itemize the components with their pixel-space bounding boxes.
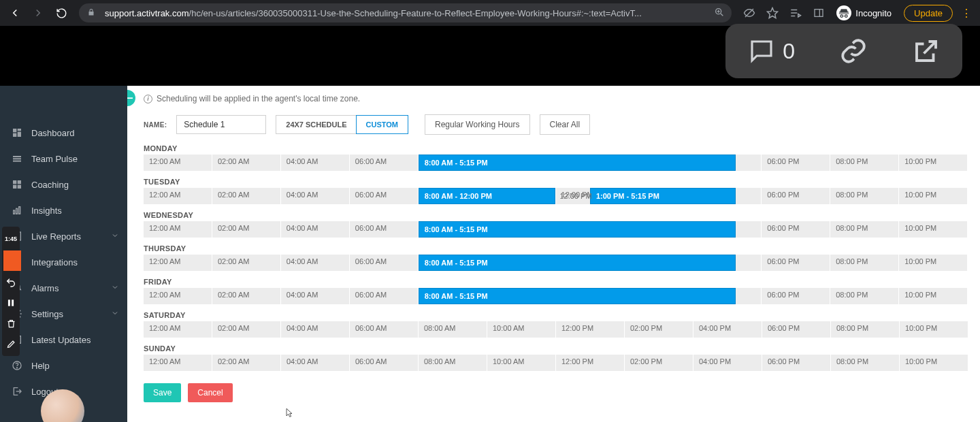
eye-off-icon[interactable]	[740, 3, 759, 22]
svg-rect-25	[18, 185, 21, 189]
lock-icon	[87, 8, 95, 18]
tick-label: 06:00 AM	[355, 224, 387, 232]
pencil-icon[interactable]	[2, 334, 20, 354]
day-track[interactable]: 12:00 AM02:00 AM04:00 AM06:00 AM08:00 AM…	[144, 355, 968, 371]
day-track[interactable]: 12:00 AM02:00 AM04:00 AM06:00 AM12:00 PM…	[144, 188, 968, 204]
cancel-button[interactable]: Cancel	[188, 383, 232, 402]
tick-label: 08:00 PM	[836, 157, 868, 165]
app-container: DashboardTeam PulseCoachingInsightsLive …	[0, 86, 980, 422]
undo-icon[interactable]	[2, 272, 20, 293]
tick-label: 02:00 AM	[218, 291, 249, 299]
sidebar-item-label: Integrations	[31, 257, 78, 267]
tick-label: 08:00 PM	[836, 191, 868, 199]
day-label: SUNDAY	[144, 344, 968, 353]
copy-link-button[interactable]	[839, 37, 868, 65]
sidebar-item-pulse[interactable]: Team Pulse	[0, 146, 127, 172]
collapse-sidebar-button[interactable]: —	[127, 90, 135, 106]
chevron-down-icon	[111, 309, 119, 319]
forward-button[interactable]	[29, 3, 48, 22]
tick-label: 02:00 AM	[218, 157, 249, 165]
trash-icon[interactable]	[2, 313, 20, 334]
time-block[interactable]: 8:00 AM - 12:00 PM	[419, 188, 556, 204]
regular-hours-button[interactable]: Regular Working Hours	[425, 114, 530, 135]
back-button[interactable]	[5, 3, 24, 22]
sidebar-item-label: Help	[31, 361, 50, 371]
sidebar-item-label: Latest Updates	[31, 335, 91, 345]
sidebar-item-label: Dashboard	[31, 128, 75, 138]
svg-rect-15	[13, 129, 16, 132]
time-block[interactable]: 8:00 AM - 5:15 PM	[419, 155, 736, 171]
open-external-button[interactable]	[912, 37, 941, 65]
tick-label: 02:00 AM	[218, 324, 249, 332]
tick-label: 04:00 AM	[287, 357, 318, 366]
sidebar: DashboardTeam PulseCoachingInsightsLive …	[0, 86, 127, 422]
tick-label: 08:00 PM	[836, 224, 868, 232]
day-label: THURSDAY	[144, 244, 968, 253]
save-button[interactable]: Save	[144, 383, 181, 402]
sidebar-item-label: Team Pulse	[31, 154, 78, 164]
time-block[interactable]: 1:00 PM - 5:15 PM	[590, 188, 736, 204]
tick-label: 06:00 PM	[768, 357, 800, 366]
tick-label: 06:00 AM	[355, 291, 387, 299]
tick-label: 04:00 AM	[287, 291, 318, 299]
tick-label: 04:00 AM	[287, 324, 318, 332]
day-track[interactable]: 12:00 AM02:00 AM04:00 AM06:00 AM06:00 PM…	[144, 155, 968, 171]
time-block[interactable]: 8:00 AM - 5:15 PM	[419, 288, 736, 304]
svg-rect-19	[13, 156, 21, 157]
tick-label: 06:00 PM	[767, 291, 799, 299]
tick-label: 06:00 PM	[767, 257, 799, 265]
svg-rect-38	[8, 299, 10, 306]
tick-label: 12:00 AM	[149, 324, 180, 332]
time-block[interactable]: 8:00 AM - 5:15 PM	[419, 255, 736, 271]
star-icon[interactable]	[763, 3, 782, 22]
tick-label: 10:00 PM	[904, 257, 936, 265]
insights-icon	[11, 204, 23, 216]
sidebar-item-insights[interactable]: Insights	[0, 197, 127, 223]
info-line: i Scheduling will be applied in the agen…	[144, 86, 968, 114]
tick-label: 08:00 AM	[424, 324, 455, 332]
tick-label: 04:00 PM	[699, 357, 731, 366]
tick-label: 12:00 AM	[149, 224, 180, 232]
update-button[interactable]: Update	[904, 5, 953, 22]
tick-label: 08:00 PM	[836, 257, 868, 265]
menu-button[interactable]: ⋮	[961, 7, 972, 20]
sidebar-item-help[interactable]: Help	[0, 353, 127, 378]
sidebar-item-label: Coaching	[31, 180, 69, 190]
incognito-icon	[836, 5, 851, 20]
zoom-icon[interactable]	[714, 7, 725, 20]
tick-label: 06:00 AM	[355, 257, 387, 265]
clear-all-button[interactable]: Clear All	[540, 114, 591, 135]
svg-rect-27	[16, 208, 18, 214]
schedule-name-input[interactable]	[176, 115, 266, 134]
time-block[interactable]: 8:00 AM - 5:15 PM	[419, 221, 736, 238]
sidebar-item-dashboard[interactable]: Dashboard	[0, 120, 127, 146]
tick-label: 12:00 AM	[149, 191, 180, 199]
day-track[interactable]: 12:00 AM02:00 AM04:00 AM06:00 AM06:00 PM…	[144, 221, 968, 238]
tick-label: 08:00 PM	[836, 291, 868, 299]
day-label: WEDNESDAY	[144, 211, 968, 219]
tick-label: 12:00 AM	[149, 257, 180, 265]
svg-line-1	[721, 14, 723, 16]
comments-button[interactable]: 0	[747, 37, 795, 65]
mode-custom-button[interactable]: CUSTOM	[356, 115, 408, 134]
stop-recording-icon[interactable]	[3, 250, 21, 271]
playlist-icon[interactable]	[786, 3, 805, 22]
day-track[interactable]: 12:00 AM02:00 AM04:00 AM06:00 AM06:00 PM…	[144, 288, 968, 304]
logout-icon	[11, 385, 23, 397]
pause-icon[interactable]	[2, 293, 20, 313]
tick-label: 06:00 AM	[355, 357, 387, 366]
incognito-label: Incognito	[855, 8, 892, 18]
tick-label: 10:00 PM	[905, 357, 937, 366]
tick-label: 12:00 AM	[149, 357, 180, 366]
coaching-icon	[11, 178, 23, 191]
day-track[interactable]: 12:00 AM02:00 AM04:00 AM06:00 AM06:00 PM…	[144, 255, 968, 271]
info-icon: i	[144, 95, 152, 103]
day-track[interactable]: 12:00 AM02:00 AM04:00 AM06:00 AM08:00 AM…	[144, 321, 968, 338]
day-label: MONDAY	[144, 144, 968, 152]
sidebar-item-coaching[interactable]: Coaching	[0, 172, 127, 197]
panel-icon[interactable]	[809, 3, 828, 22]
mode-247-button[interactable]: 24X7 SCHEDULE	[276, 116, 356, 133]
address-bar[interactable]: support.activtrak.com/hc/en-us/articles/…	[79, 3, 732, 22]
chevron-down-icon	[111, 231, 119, 242]
reload-button[interactable]	[52, 3, 71, 22]
